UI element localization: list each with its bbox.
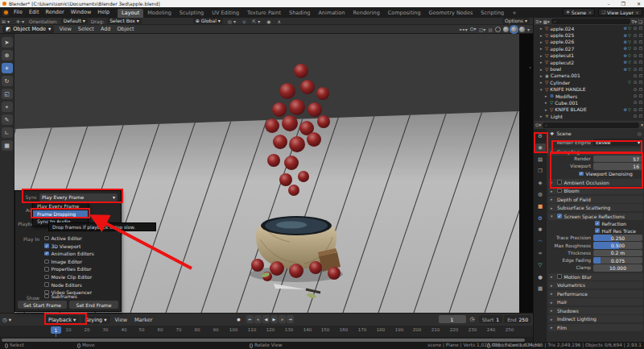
set-frame-button[interactable]: Set End Frame bbox=[69, 301, 118, 309]
property-section-header[interactable]: ▸ Hair bbox=[548, 298, 643, 305]
shading-rendered-icon[interactable] bbox=[519, 27, 525, 32]
active-tool-icon[interactable]: ⊞ ▾ bbox=[0, 19, 11, 24]
disable-render-camera-icon[interactable]: ⊡ bbox=[638, 80, 642, 85]
properties-tab[interactable]: ✱ bbox=[535, 226, 546, 235]
property-section-header[interactable]: ▸ Film bbox=[548, 324, 643, 331]
properties-tab[interactable]: ▦ bbox=[535, 285, 546, 293]
menu-item[interactable]: File bbox=[10, 7, 26, 18]
hide-viewport-eye-icon[interactable]: ⊙ bbox=[634, 33, 638, 38]
play-in-option[interactable]: Active Editor bbox=[44, 235, 94, 241]
disable-render-camera-icon[interactable]: ⊡ bbox=[638, 93, 642, 98]
hide-viewport-eye-icon[interactable]: ⊙ bbox=[634, 87, 638, 92]
start-frame-field[interactable]: Start1 bbox=[479, 315, 503, 323]
workspace-tab[interactable]: Compositing bbox=[384, 9, 425, 18]
auto-keyframe-icon[interactable]: ◷ bbox=[468, 316, 477, 322]
outliner-row[interactable]: ▸ ▽ applecut2 ⚙ ▽ ⊙ ⊡ bbox=[534, 59, 644, 65]
hide-viewport-eye-icon[interactable]: ⊙ bbox=[634, 93, 638, 98]
render-samples-field[interactable]: 57 bbox=[593, 156, 642, 163]
set-frame-button[interactable]: Set Start Frame bbox=[18, 301, 67, 309]
workspace-tab[interactable]: Layout bbox=[118, 9, 143, 18]
hide-viewport-eye-icon[interactable]: ⊙ bbox=[634, 26, 638, 31]
transport-button[interactable]: ⇥ bbox=[287, 315, 294, 323]
viewlayer-selector[interactable]: ❏ View Layer ✕ bbox=[598, 8, 642, 16]
hide-viewport-eye-icon[interactable]: ⊙ bbox=[634, 100, 638, 105]
property-section-header[interactable]: ▸ Depth of Field bbox=[548, 196, 643, 203]
properties-tab[interactable]: ■ bbox=[535, 202, 546, 211]
gizmos-toggle-icon[interactable]: ⛭▾ bbox=[470, 26, 477, 32]
snap-magnet-icon[interactable]: ∪ bbox=[241, 19, 247, 24]
mode-dropdown[interactable]: ◩ Object Mode ▾ bbox=[2, 26, 54, 33]
transport-button[interactable]: ◀ bbox=[262, 315, 270, 323]
disable-render-camera-icon[interactable]: ⊡ bbox=[638, 60, 642, 64]
mesh-data-icon[interactable]: ▽ bbox=[628, 33, 631, 38]
sync-dropdown[interactable]: Play Every Frame▾ bbox=[39, 193, 118, 202]
property-section-header[interactable]: ▸ Performance bbox=[548, 290, 643, 297]
slider-field[interactable]: 0.075 bbox=[593, 257, 642, 264]
snapping-dropdown-icon[interactable]: ⇱ ▾ bbox=[250, 19, 262, 24]
play-in-checkbox[interactable] bbox=[44, 260, 49, 264]
viewport-menu-item[interactable]: View bbox=[56, 26, 74, 32]
outliner-new-collection-icon[interactable]: ❏ bbox=[638, 19, 642, 24]
slider-field[interactable]: 10.000 bbox=[593, 264, 642, 272]
tool-button[interactable]: ∟ bbox=[2, 127, 13, 138]
tool-button[interactable]: ➤ bbox=[2, 37, 13, 48]
outliner-row[interactable]: ▸ ◉ Camera.001 ⚙ ▽ ⊙ ⊡ bbox=[534, 73, 644, 79]
subframes-option[interactable]: Subframes bbox=[44, 293, 77, 299]
keying-dropdown[interactable]: Keying ▾ bbox=[81, 316, 109, 324]
outliner-row[interactable]: ▸ ☼ Light ⚙ ▽ ⊙ ⊡ bbox=[534, 113, 644, 119]
outliner-search-input[interactable]: ⌕ bbox=[551, 19, 630, 24]
outliner-row[interactable]: ▸ ▽ bowl ⚙ ▽ ⊙ ⊡ bbox=[534, 65, 644, 72]
viewport-menu-item[interactable]: Object bbox=[114, 26, 137, 32]
shading-material-icon[interactable] bbox=[511, 27, 517, 32]
sampling-section-header[interactable]: ▾ Sampling bbox=[548, 148, 643, 156]
modifier-wrench-icon[interactable]: ⚙ bbox=[623, 67, 626, 72]
outliner-row[interactable]: ▸ ▽ apple.025 ⚙ ▽ ⊙ ⊡ bbox=[534, 31, 644, 38]
subframes-checkbox[interactable] bbox=[44, 294, 49, 299]
tool-button[interactable]: ⌖ bbox=[2, 102, 13, 112]
property-section-header[interactable]: ▸ Volumetrics bbox=[548, 281, 643, 289]
timeline-scrollbar-thumb[interactable] bbox=[2, 339, 525, 342]
disable-render-camera-icon[interactable]: ⊡ bbox=[638, 87, 642, 92]
options-dropdown[interactable]: Options ▾ bbox=[502, 18, 530, 24]
properties-tab[interactable]: ● bbox=[535, 272, 546, 281]
property-section-header[interactable]: ▸ Indirect Lighting bbox=[548, 315, 643, 322]
property-section-header[interactable]: ▸ Motion Blur bbox=[548, 273, 643, 280]
gizmo-mode-icon[interactable]: ✛ ▾ bbox=[14, 19, 26, 24]
sidebar-collapse-icon[interactable]: ‹ bbox=[529, 64, 531, 71]
ssr-checkbox[interactable] bbox=[557, 214, 562, 218]
orientation-dropdown[interactable]: Default ▾ bbox=[61, 18, 88, 24]
timeline-marker-menu[interactable]: Marker bbox=[132, 317, 155, 323]
blender-menu-icon[interactable] bbox=[2, 10, 9, 16]
scene-selector[interactable]: ❖ Scene ✕ bbox=[563, 8, 595, 16]
timeline-view-menu[interactable]: View bbox=[113, 317, 130, 323]
play-in-option[interactable]: Movie Clip Editor bbox=[44, 274, 94, 280]
tool-button[interactable]: ✎ bbox=[2, 114, 13, 125]
workspace-tab[interactable]: + bbox=[508, 9, 520, 18]
workspace-tab[interactable]: Sculpting bbox=[175, 9, 208, 18]
disable-render-camera-icon[interactable]: ⊡ bbox=[638, 100, 642, 105]
menu-item[interactable]: Window bbox=[68, 7, 95, 18]
sync-menu-item[interactable]: Play Every Frame bbox=[33, 202, 88, 210]
hide-viewport-eye-icon[interactable]: ⊙ bbox=[634, 53, 638, 58]
transport-button[interactable]: ⇤ bbox=[246, 315, 254, 323]
ssr-check-row[interactable]: Half Res Trace bbox=[547, 227, 644, 235]
workspace-tab[interactable]: Scripting bbox=[477, 9, 508, 18]
viewport-samples-field[interactable]: 16 bbox=[593, 163, 642, 170]
mesh-data-icon[interactable]: ▽ bbox=[628, 46, 631, 51]
workspace-tab[interactable]: Rendering bbox=[349, 9, 384, 18]
outliner-row[interactable]: ▸ ▽ KNIFE BLADE ⚙ ▽ ⊙ ⊡ bbox=[534, 106, 644, 113]
slider-field[interactable]: 0.500 bbox=[593, 242, 642, 249]
proportional-falloff-icon[interactable]: ∧ bbox=[276, 19, 283, 24]
viewlayer-unlink-icon[interactable]: ✕ bbox=[635, 10, 639, 15]
outliner-row[interactable]: ▸ ▽ apple.026 ⚙ ▽ ⊙ ⊡ bbox=[534, 39, 644, 45]
shading-wireframe-icon[interactable] bbox=[495, 27, 501, 32]
outliner-row[interactable]: ▸ ▽ apple.027 ⚙ ▽ ⊙ ⊡ bbox=[534, 45, 644, 52]
play-in-checkbox[interactable] bbox=[44, 267, 49, 272]
ssr-check-row[interactable]: Refraction bbox=[547, 220, 644, 227]
play-in-checkbox[interactable] bbox=[44, 275, 49, 280]
menu-item[interactable]: Help bbox=[94, 7, 113, 18]
render-engine-dropdown[interactable]: Eevee▾ bbox=[593, 139, 642, 146]
play-in-checkbox[interactable] bbox=[44, 236, 49, 241]
workspace-tab[interactable]: UV Editing bbox=[208, 9, 243, 18]
property-section-header[interactable]: ▸ Subsurface Scattering bbox=[548, 204, 643, 211]
